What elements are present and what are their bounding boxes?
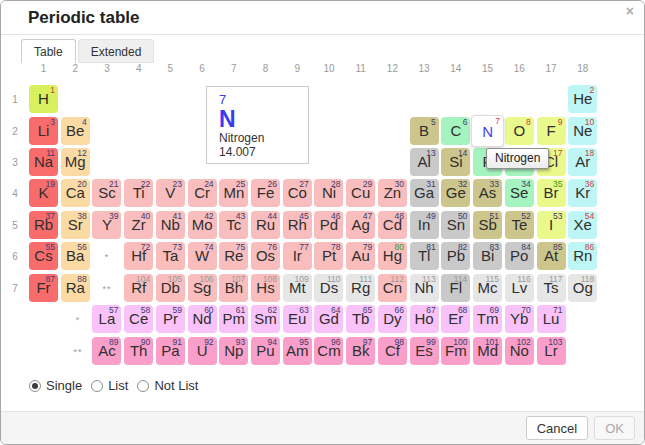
element-cell-Ir[interactable]: 77Ir	[283, 242, 312, 270]
element-cell-Fr[interactable]: 87Fr	[29, 274, 58, 302]
element-cell-Nd[interactable]: 60Nd	[188, 305, 217, 333]
element-cell-Si[interactable]: 14Si	[441, 148, 470, 176]
element-cell-Bk[interactable]: 97Bk	[346, 337, 375, 365]
element-cell-Li[interactable]: 3Li	[29, 117, 58, 145]
element-cell-Pu[interactable]: 94Pu	[251, 337, 280, 365]
element-cell-Fl[interactable]: 114Fl	[441, 274, 470, 302]
element-cell-Mo[interactable]: 42Mo	[188, 211, 217, 239]
element-cell-Ta[interactable]: 73Ta	[156, 242, 185, 270]
element-cell-Ca[interactable]: 20Ca	[61, 179, 90, 207]
element-cell-Ds[interactable]: 110Ds	[314, 274, 343, 302]
element-cell-He[interactable]: 2He	[568, 85, 597, 113]
element-cell-Ne[interactable]: 10Ne	[568, 117, 597, 145]
element-cell-Sc[interactable]: 21Sc	[92, 179, 121, 207]
element-cell-Cu[interactable]: 29Cu	[346, 179, 375, 207]
element-cell-U[interactable]: 92U	[188, 337, 217, 365]
element-cell-Sb[interactable]: 51Sb	[473, 211, 502, 239]
element-cell-O[interactable]: 8O	[505, 117, 534, 145]
element-cell-Tb[interactable]: 65Tb	[346, 305, 375, 333]
element-cell-Cr[interactable]: 24Cr	[188, 179, 217, 207]
element-cell-Te[interactable]: 52Te	[505, 211, 534, 239]
element-cell-Po[interactable]: 84Po	[505, 242, 534, 270]
element-cell-Cs[interactable]: 55Cs	[29, 242, 58, 270]
element-cell-Nh[interactable]: 113Nh	[410, 274, 439, 302]
radio-list[interactable]: List	[91, 378, 128, 393]
tab-table[interactable]: Table	[21, 39, 76, 63]
element-cell-Zr[interactable]: 40Zr	[124, 211, 153, 239]
element-cell-Th[interactable]: 90Th	[124, 337, 153, 365]
element-cell-Dy[interactable]: 66Dy	[378, 305, 407, 333]
element-cell-Ts[interactable]: 117Ts	[537, 274, 566, 302]
element-cell-Er[interactable]: 68Er	[441, 305, 470, 333]
element-cell-Se[interactable]: 34Se	[505, 179, 534, 207]
close-icon[interactable]: ×	[626, 4, 634, 18]
element-cell-Ce[interactable]: 58Ce	[124, 305, 153, 333]
element-cell-Db[interactable]: 105Db	[156, 274, 185, 302]
element-cell-At[interactable]: 85At	[537, 242, 566, 270]
element-cell-Nb[interactable]: 41Nb	[156, 211, 185, 239]
element-cell-I[interactable]: 53I	[537, 211, 566, 239]
element-cell-N[interactable]: 7N	[471, 115, 504, 147]
element-cell-Cd[interactable]: 48Cd	[378, 211, 407, 239]
element-cell-Sg[interactable]: 106Sg	[188, 274, 217, 302]
element-cell-Ar[interactable]: 18Ar	[568, 148, 597, 176]
element-cell-Pr[interactable]: 59Pr	[156, 305, 185, 333]
element-cell-Be[interactable]: 4Be	[61, 117, 90, 145]
radio-single[interactable]: Single	[29, 378, 82, 393]
element-cell-Rh[interactable]: 45Rh	[283, 211, 312, 239]
element-cell-Au[interactable]: 79Au	[346, 242, 375, 270]
element-cell-Mn[interactable]: 25Mn	[219, 179, 248, 207]
element-cell-La[interactable]: 57La	[92, 305, 121, 333]
element-cell-Yb[interactable]: 70Yb	[505, 305, 534, 333]
element-cell-B[interactable]: 5B	[410, 117, 439, 145]
element-cell-Ga[interactable]: 31Ga	[410, 179, 439, 207]
element-cell-Sr[interactable]: 38Sr	[61, 211, 90, 239]
element-cell-V[interactable]: 23V	[156, 179, 185, 207]
element-cell-Na[interactable]: 11Na	[29, 148, 58, 176]
element-cell-K[interactable]: 19K	[29, 179, 58, 207]
element-cell-Ag[interactable]: 47Ag	[346, 211, 375, 239]
element-cell-Rg[interactable]: 111Rg	[346, 274, 375, 302]
element-cell-In[interactable]: 49In	[410, 211, 439, 239]
element-cell-Ni[interactable]: 28Ni	[314, 179, 343, 207]
element-cell-Og[interactable]: 118Og	[568, 274, 597, 302]
element-cell-As[interactable]: 33As	[473, 179, 502, 207]
element-cell-Cm[interactable]: 96Cm	[314, 337, 343, 365]
element-cell-Bh[interactable]: 107Bh	[219, 274, 248, 302]
element-cell-Ba[interactable]: 56Ba	[61, 242, 90, 270]
element-cell-Cf[interactable]: 98Cf	[378, 337, 407, 365]
element-cell-Xe[interactable]: 54Xe	[568, 211, 597, 239]
element-cell-Rn[interactable]: 86Rn	[568, 242, 597, 270]
element-cell-Ho[interactable]: 67Ho	[410, 305, 439, 333]
element-cell-Tc[interactable]: 43Tc	[219, 211, 248, 239]
element-cell-Mg[interactable]: 12Mg	[61, 148, 90, 176]
element-cell-Hf[interactable]: 72Hf	[124, 242, 153, 270]
element-cell-Lv[interactable]: 116Lv	[505, 274, 534, 302]
element-cell-Ac[interactable]: 89Ac	[92, 337, 121, 365]
element-cell-Rb[interactable]: 37Rb	[29, 211, 58, 239]
element-cell-Ge[interactable]: 32Ge	[441, 179, 470, 207]
element-cell-Lr[interactable]: 103Lr	[537, 337, 566, 365]
cancel-button[interactable]: Cancel	[526, 416, 588, 440]
element-cell-Md[interactable]: 101Md	[473, 337, 502, 365]
element-cell-H[interactable]: 1H	[29, 85, 58, 113]
element-cell-Rf[interactable]: 104Rf	[124, 274, 153, 302]
element-cell-Fm[interactable]: 100Fm	[441, 337, 470, 365]
element-cell-Tm[interactable]: 69Tm	[473, 305, 502, 333]
element-cell-Re[interactable]: 75Re	[219, 242, 248, 270]
element-cell-Sn[interactable]: 50Sn	[441, 211, 470, 239]
element-cell-Hs[interactable]: 108Hs	[251, 274, 280, 302]
element-cell-Ti[interactable]: 22Ti	[124, 179, 153, 207]
element-cell-Fe[interactable]: 26Fe	[251, 179, 280, 207]
element-cell-W[interactable]: 74W	[188, 242, 217, 270]
element-cell-F[interactable]: 9F	[537, 117, 566, 145]
element-cell-Al[interactable]: 13Al	[410, 148, 439, 176]
element-cell-C[interactable]: 6C	[441, 117, 470, 145]
element-cell-Ra[interactable]: 88Ra	[61, 274, 90, 302]
element-cell-Br[interactable]: 35Br	[537, 179, 566, 207]
element-cell-Mc[interactable]: 115Mc	[473, 274, 502, 302]
element-cell-Co[interactable]: 27Co	[283, 179, 312, 207]
element-cell-Mt[interactable]: 109Mt	[283, 274, 312, 302]
element-cell-Hg[interactable]: 80Hg	[378, 242, 407, 270]
element-cell-No[interactable]: 102No	[505, 337, 534, 365]
